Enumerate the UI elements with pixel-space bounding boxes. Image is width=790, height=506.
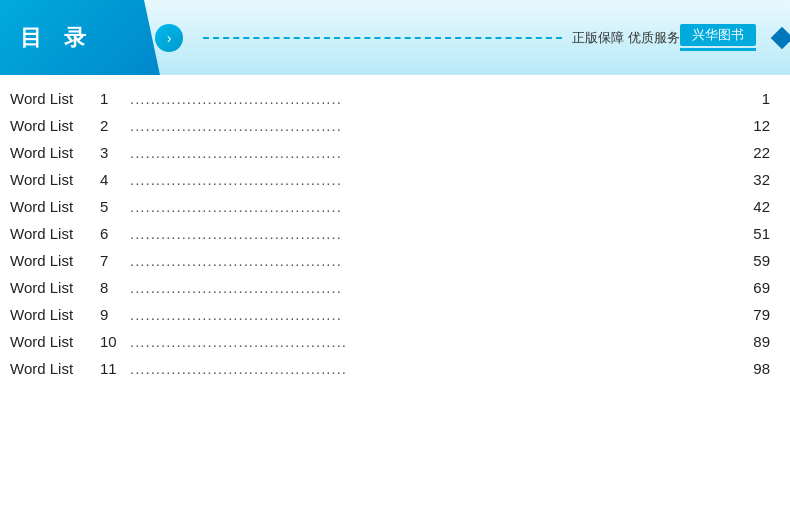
dotted-line <box>203 37 562 39</box>
table-row: Word List 5 ............................… <box>10 193 770 220</box>
toc-page: 69 <box>735 279 770 296</box>
toc-number: 8 <box>100 279 130 296</box>
title-box: 目 录 <box>0 0 160 75</box>
toc-number: 7 <box>100 252 130 269</box>
table-row: Word List 11 ...........................… <box>10 355 770 382</box>
toc-label: Word List <box>10 144 100 161</box>
table-row: Word List 4 ............................… <box>10 166 770 193</box>
diamond-icon <box>771 26 790 49</box>
arrow-button[interactable]: › <box>155 24 183 52</box>
toc-page: 22 <box>735 144 770 161</box>
toc-number: 2 <box>100 117 130 134</box>
toc-label: Word List <box>10 252 100 269</box>
toc-label: Word List <box>10 198 100 215</box>
toc-page: 32 <box>735 171 770 188</box>
toc-page: 79 <box>735 306 770 323</box>
table-row: Word List 3 ............................… <box>10 139 770 166</box>
toc-number: 1 <box>100 90 130 107</box>
header-center: 正版保障 优质服务 <box>183 29 680 47</box>
table-row: Word List 9 ............................… <box>10 301 770 328</box>
toc-label: Word List <box>10 225 100 242</box>
toc-label: Word List <box>10 117 100 134</box>
header-left: 目 录 › <box>0 0 183 75</box>
toc-label: Word List <box>10 171 100 188</box>
toc-label: Word List <box>10 90 100 107</box>
toc-dots: ........................................… <box>130 198 735 215</box>
toc-page: 51 <box>735 225 770 242</box>
toc-dots: ........................................… <box>130 144 735 161</box>
toc-dots: ........................................… <box>130 117 735 134</box>
toc-dots: ........................................… <box>130 90 735 107</box>
title-text: 目 录 <box>20 23 94 53</box>
toc-dots: ........................................… <box>130 225 735 242</box>
toc-number: 10 <box>100 333 130 350</box>
toc-label: Word List <box>10 333 100 350</box>
table-row: Word List 1 ............................… <box>10 85 770 112</box>
toc-label: Word List <box>10 279 100 296</box>
toc-page: 42 <box>735 198 770 215</box>
toc-number: 9 <box>100 306 130 323</box>
toc-dots: ........................................… <box>130 360 735 377</box>
table-row: Word List 7 ............................… <box>10 247 770 274</box>
bookstore-underline <box>680 48 756 51</box>
toc-page: 89 <box>735 333 770 350</box>
header-right: 兴华图书 <box>680 24 756 51</box>
bookstore-label: 兴华图书 <box>680 24 756 46</box>
toc-page: 59 <box>735 252 770 269</box>
table-row: Word List 2 ............................… <box>10 112 770 139</box>
toc-dots: ........................................… <box>130 333 735 350</box>
toc-page: 1 <box>735 90 770 107</box>
table-row: Word List 6 ............................… <box>10 220 770 247</box>
toc-page: 98 <box>735 360 770 377</box>
toc-label: Word List <box>10 360 100 377</box>
toc-dots: ........................................… <box>130 306 735 323</box>
toc-content: Word List 1 ............................… <box>0 75 790 392</box>
header: 目 录 › 正版保障 优质服务 兴华图书 <box>0 0 790 75</box>
arrow-icon: › <box>167 30 172 46</box>
toc-number: 3 <box>100 144 130 161</box>
toc-label: Word List <box>10 306 100 323</box>
table-row: Word List 10 ...........................… <box>10 328 770 355</box>
table-row: Word List 8 ............................… <box>10 274 770 301</box>
toc-number: 6 <box>100 225 130 242</box>
toc-dots: ........................................… <box>130 252 735 269</box>
service-text: 正版保障 优质服务 <box>572 29 680 47</box>
toc-page: 12 <box>735 117 770 134</box>
toc-number: 5 <box>100 198 130 215</box>
toc-number: 4 <box>100 171 130 188</box>
toc-dots: ........................................… <box>130 279 735 296</box>
toc-dots: ........................................… <box>130 171 735 188</box>
toc-number: 11 <box>100 360 130 377</box>
